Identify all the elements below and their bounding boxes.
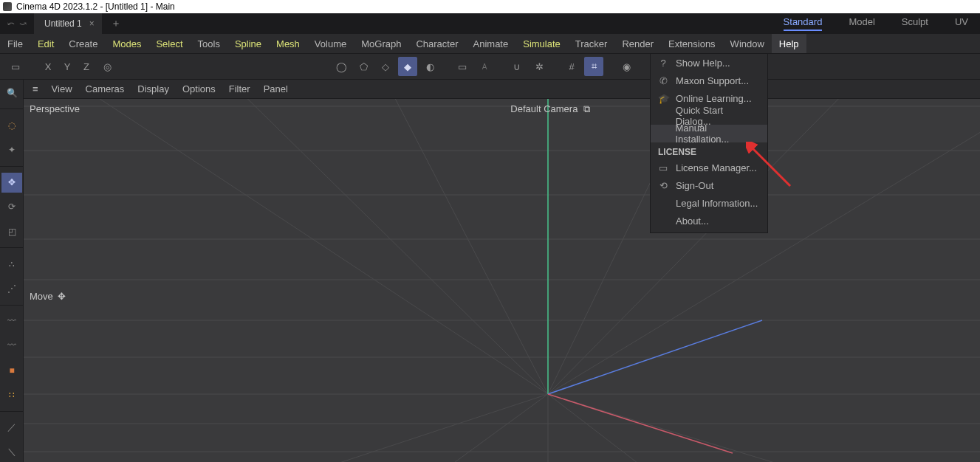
- layout-tab-sculpt[interactable]: Sculpt: [902, 16, 928, 31]
- menu-extensions[interactable]: Extensions: [661, 34, 723, 53]
- window-title-bar: Cinema 4D 2023.1.2 - [Untitled 1] - Main: [0, 0, 980, 13]
- poly-icon[interactable]: ■: [1, 360, 22, 380]
- gear-icon[interactable]: ✲: [530, 57, 549, 76]
- help-item-show-help[interactable]: ?Show Help...: [651, 54, 767, 72]
- history-buttons: ⤺ ⤻: [0, 18, 34, 29]
- axis-y-button[interactable]: Y: [59, 57, 75, 76]
- viewport-tool-name: Move: [30, 291, 53, 302]
- primitive-cube-icon[interactable]: ◇: [376, 57, 395, 76]
- points-icon[interactable]: ∴: [1, 254, 22, 274]
- camera-link-icon[interactable]: ⧉: [583, 103, 590, 114]
- help-item-label: Legal Information...: [676, 198, 758, 209]
- help-section-license: LICENSE: [651, 142, 767, 159]
- view-menu-cameras[interactable]: Cameras: [86, 83, 125, 94]
- menu-tracker[interactable]: Tracker: [568, 34, 615, 53]
- menu-file[interactable]: File: [0, 34, 30, 53]
- window-title: Cinema 4D 2023.1.2 - [Untitled 1] - Main: [16, 1, 175, 12]
- scale-tool-icon[interactable]: ◰: [1, 221, 22, 241]
- edges-icon[interactable]: ⋰: [1, 278, 22, 298]
- add-tab-button[interactable]: ＋: [102, 17, 130, 30]
- svg-line-12: [319, 99, 548, 394]
- menu-volume[interactable]: Volume: [307, 34, 354, 53]
- paint-icon[interactable]: ／: [1, 417, 22, 437]
- help-item-label: Sign-Out: [676, 180, 713, 191]
- erase-icon[interactable]: ＼: [1, 442, 22, 462]
- menu-mograph[interactable]: MoGraph: [354, 34, 408, 53]
- menu-create[interactable]: Create: [61, 34, 105, 53]
- view-menu-display[interactable]: Display: [137, 83, 169, 94]
- help-item-license-manager[interactable]: ▭License Manager...: [651, 159, 767, 176]
- svg-line-10: [24, 99, 548, 394]
- document-tab[interactable]: Untitled 1 ×: [34, 13, 102, 34]
- axis-z-button[interactable]: Z: [78, 57, 95, 76]
- help-item-maxon-support[interactable]: ✆Maxon Support...: [651, 72, 767, 89]
- menu-edit[interactable]: Edit: [30, 34, 61, 53]
- help-item-label: About...: [676, 216, 709, 227]
- world-axis-icon[interactable]: ◎: [97, 57, 117, 76]
- document-tab-strip: ⤺ ⤻ Untitled 1 × ＋ Standard Model Sculpt…: [0, 13, 980, 34]
- help-item-manual-installation[interactable]: Manual Installation...: [651, 125, 767, 142]
- menu-tools[interactable]: Tools: [191, 34, 227, 53]
- layout-tab-standard[interactable]: Standard: [784, 16, 823, 31]
- main-area: Perspective Move ✥ Default Camera ⧉: [0, 99, 980, 462]
- menu-render[interactable]: Render: [614, 34, 661, 53]
- left-tool-strip: 🔍 ◌ ✦ ✥ ⟳ ◰ ∴ ⋰ 〰 〰 ■ ∷ ／ ＼: [0, 80, 24, 462]
- menu-simulate[interactable]: Simulate: [515, 34, 568, 53]
- cursor-icon[interactable]: ✦: [1, 139, 22, 159]
- menu-spline[interactable]: Spline: [227, 34, 269, 53]
- menu-modes[interactable]: Modes: [105, 34, 148, 53]
- move-tool-icon[interactable]: ✥: [1, 173, 22, 193]
- menu-help[interactable]: Help: [772, 34, 806, 53]
- view-menu-panel[interactable]: Panel: [264, 83, 288, 94]
- brush-a-icon[interactable]: 〰: [1, 311, 22, 331]
- magnet-icon[interactable]: ∪: [507, 57, 527, 76]
- layout-tab-uv[interactable]: UV: [955, 16, 968, 31]
- menu-animate[interactable]: Animate: [466, 34, 516, 53]
- menu-select[interactable]: Select: [148, 34, 190, 53]
- render-icon[interactable]: ◉: [617, 57, 636, 76]
- plane-icon[interactable]: ▭: [453, 57, 472, 76]
- close-icon[interactable]: ×: [89, 18, 95, 29]
- select-icon[interactable]: ◌: [1, 115, 22, 135]
- viewport[interactable]: Perspective Move ✥ Default Camera ⧉: [24, 99, 980, 462]
- phone-icon: ✆: [658, 75, 668, 86]
- menu-bar: FileEditCreateModesSelectToolsSplineMesh…: [0, 34, 980, 53]
- app-icon: [3, 2, 12, 11]
- layout-tab-model[interactable]: Model: [849, 16, 874, 31]
- undo-icon[interactable]: ⤺: [7, 18, 15, 29]
- grid-icon[interactable]: #: [562, 57, 581, 76]
- rotate-tool-icon[interactable]: ⟳: [1, 197, 22, 217]
- primitive-sphere-icon[interactable]: ◯: [332, 57, 351, 76]
- ?-icon: ?: [658, 58, 668, 69]
- grid-snap-icon[interactable]: ⌗: [584, 57, 603, 76]
- menu-character[interactable]: Character: [408, 34, 465, 53]
- primitive-cube-solid-icon[interactable]: ◆: [398, 57, 417, 76]
- help-item-label: Online Learning...: [676, 93, 752, 104]
- document-tab-label: Untitled 1: [44, 18, 82, 29]
- help-item-legal-information[interactable]: Legal Information...: [651, 194, 767, 212]
- help-item-label: License Manager...: [676, 162, 757, 173]
- viewport-label-tool: Move ✥: [30, 291, 66, 302]
- viewport-grid: [24, 99, 980, 462]
- text-icon[interactable]: A: [475, 57, 494, 76]
- layout-tabs: Standard Model Sculpt UV: [784, 16, 980, 31]
- search-icon[interactable]: 🔍: [1, 83, 22, 103]
- menu-mesh[interactable]: Mesh: [269, 34, 307, 53]
- view-menu-options[interactable]: Options: [182, 83, 216, 94]
- help-item-about[interactable]: About...: [651, 212, 767, 230]
- viewport-menu-bar: ≡ View Cameras Display Options Filter Pa…: [0, 80, 980, 99]
- help-item-sign-out[interactable]: ⟲Sign-Out: [651, 176, 767, 194]
- help-item-label: Manual Installation...: [675, 123, 760, 145]
- primitive-capsule-icon[interactable]: ⬠: [354, 57, 373, 76]
- axis-x-button[interactable]: X: [40, 57, 56, 76]
- redo-icon[interactable]: ⤻: [19, 18, 27, 29]
- hamburger-icon[interactable]: ≡: [32, 83, 38, 94]
- layout-icon[interactable]: ▭: [6, 57, 25, 76]
- primitive-torus-icon[interactable]: ◐: [420, 57, 439, 76]
- view-menu-filter[interactable]: Filter: [229, 83, 250, 94]
- bubbles-icon[interactable]: ∷: [1, 385, 22, 404]
- view-menu-view[interactable]: View: [52, 83, 72, 94]
- menu-window[interactable]: Window: [723, 34, 772, 53]
- brush-b-icon[interactable]: 〰: [1, 336, 22, 356]
- help-item-label: Maxon Support...: [676, 75, 749, 86]
